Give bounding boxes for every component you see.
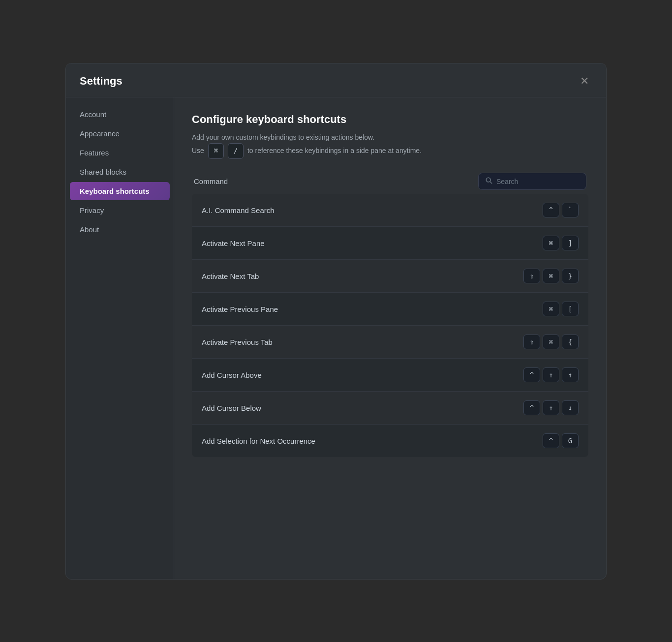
close-button[interactable]: ✕ <box>577 73 592 89</box>
key-chip: ^ <box>523 367 540 382</box>
key-chip: ⇧ <box>543 400 559 415</box>
key-chip: ⌘ <box>543 335 559 349</box>
search-input[interactable] <box>496 178 579 185</box>
keys-group: ⇧⌘{ <box>523 335 579 349</box>
key-chip: ] <box>562 236 579 250</box>
page-title: Configure keyboard shortcuts <box>192 113 588 126</box>
command-header: Command <box>192 173 588 190</box>
keys-group: ^` <box>543 203 579 217</box>
shortcut-name: Activate Next Pane <box>202 239 265 247</box>
sidebar-item-keyboard-shortcuts[interactable]: Keyboard shortcuts <box>70 182 170 200</box>
key-chip: ⌘ <box>543 236 559 250</box>
shortcut-row[interactable]: Activate Next Tab⇧⌘} <box>192 260 588 293</box>
shortcut-name: Add Cursor Above <box>202 371 262 379</box>
title-bar: Settings ✕ <box>66 63 606 97</box>
key-chip: { <box>562 335 579 349</box>
shortcuts-list: A.I. Command Search^`Activate Next Pane⌘… <box>192 194 588 457</box>
key-cmd: ⌘ <box>208 143 224 159</box>
description: Add your own custom keybindings to exist… <box>192 132 588 159</box>
keys-group: ^⇧↓ <box>523 400 579 415</box>
keys-group: ⌘[ <box>543 302 579 316</box>
content-area: AccountAppearanceFeaturesShared blocksKe… <box>66 97 606 579</box>
shortcut-name: Add Selection for Next Occurrence <box>202 437 315 445</box>
sidebar-item-privacy[interactable]: Privacy <box>70 201 170 219</box>
key-chip: ⌘ <box>543 269 559 283</box>
settings-window: Settings ✕ AccountAppearanceFeaturesShar… <box>65 63 607 580</box>
shortcut-row[interactable]: Activate Next Pane⌘] <box>192 227 588 260</box>
key-chip: ⇧ <box>523 335 540 349</box>
svg-line-1 <box>490 182 492 183</box>
key-chip: ⇧ <box>543 367 559 382</box>
description-pre: Use <box>192 145 204 157</box>
sidebar: AccountAppearanceFeaturesShared blocksKe… <box>66 97 174 579</box>
table-area: Command A.I. Command Search^`Activate <box>192 173 588 457</box>
keys-group: ⇧⌘} <box>523 269 579 283</box>
key-chip: ↑ <box>562 367 579 382</box>
main-content: Configure keyboard shortcuts Add your ow… <box>174 97 606 579</box>
sidebar-item-appearance[interactable]: Appearance <box>70 124 170 143</box>
key-chip: ↓ <box>562 400 579 415</box>
shortcut-row[interactable]: A.I. Command Search^` <box>192 194 588 227</box>
key-chip: [ <box>562 302 579 316</box>
shortcut-name: Activate Next Tab <box>202 272 259 280</box>
shortcut-row[interactable]: Activate Previous Pane⌘[ <box>192 293 588 326</box>
key-chip: ^ <box>523 400 540 415</box>
key-slash: / <box>228 143 244 159</box>
sidebar-item-account[interactable]: Account <box>70 105 170 123</box>
description-line1: Add your own custom keybindings to exist… <box>192 132 588 144</box>
key-chip: } <box>562 269 579 283</box>
key-chip: ^ <box>543 433 559 448</box>
command-col-label: Command <box>194 177 228 185</box>
key-chip: ^ <box>543 203 559 217</box>
sidebar-item-shared-blocks[interactable]: Shared blocks <box>70 163 170 181</box>
description-line2: Use ⌘ / to reference these keybindings i… <box>192 143 588 159</box>
shortcut-row[interactable]: Add Cursor Below^⇧↓ <box>192 392 588 425</box>
keys-group: ^G <box>543 433 579 448</box>
window-title: Settings <box>80 75 122 88</box>
key-chip: ` <box>562 203 579 217</box>
shortcut-name: Activate Previous Pane <box>202 305 278 313</box>
shortcut-row[interactable]: Add Selection for Next Occurrence^G <box>192 425 588 457</box>
search-icon <box>486 177 492 185</box>
shortcut-name: A.I. Command Search <box>202 206 275 214</box>
search-box[interactable] <box>478 173 586 190</box>
keys-group: ⌘] <box>543 236 579 250</box>
key-chip: G <box>562 433 579 448</box>
description-post: to reference these keybindings in a side… <box>247 145 422 157</box>
keys-group: ^⇧↑ <box>523 367 579 382</box>
key-chip: ⌘ <box>543 302 559 316</box>
shortcut-name: Add Cursor Below <box>202 404 261 412</box>
key-chip: ⇧ <box>523 269 540 283</box>
sidebar-item-about[interactable]: About <box>70 220 170 239</box>
shortcut-row[interactable]: Add Cursor Above^⇧↑ <box>192 359 588 392</box>
shortcut-row[interactable]: Activate Previous Tab⇧⌘{ <box>192 326 588 359</box>
sidebar-item-features[interactable]: Features <box>70 144 170 162</box>
shortcut-name: Activate Previous Tab <box>202 338 273 346</box>
